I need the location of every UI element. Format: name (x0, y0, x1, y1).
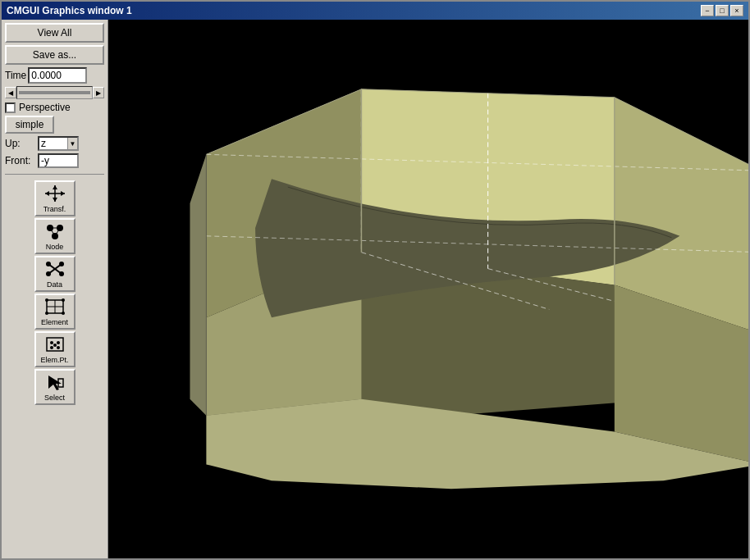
element-label: Element (41, 318, 68, 326)
main-window: CMGUI Graphics window 1 − □ × View All S… (0, 0, 750, 560)
svg-point-14 (46, 262, 51, 266)
front-label: Front: (5, 155, 34, 166)
up-value: z (39, 138, 67, 149)
node-label: Node (46, 243, 64, 251)
svg-point-21 (45, 298, 48, 302)
time-slider[interactable] (16, 86, 93, 99)
svg-point-23 (45, 312, 48, 315)
node-tool-button[interactable]: Node (34, 218, 75, 254)
svg-point-30 (53, 344, 57, 347)
simple-button[interactable]: simple (5, 116, 54, 134)
slider-left-arrow[interactable]: ◀ (5, 87, 16, 98)
transf-tool-button[interactable]: Transf. (34, 180, 75, 216)
transf-icon (43, 184, 66, 203)
perspective-checkbox[interactable] (5, 102, 16, 113)
time-row: Time (5, 67, 104, 84)
svg-point-17 (59, 271, 64, 276)
elem-pt-tool-button[interactable]: Elem.Pt. (34, 331, 75, 367)
close-button[interactable]: × (730, 5, 743, 16)
svg-marker-4 (45, 191, 49, 196)
minimize-button[interactable]: − (701, 5, 714, 16)
front-dropdown[interactable]: -y (38, 153, 79, 168)
data-tool-button[interactable]: Data (34, 256, 75, 292)
front-value: -y (39, 155, 77, 166)
up-label: Up: (5, 138, 34, 149)
content-area: View All Save as... Time ◀ ▶ Perspective (2, 20, 748, 558)
select-icon (43, 372, 66, 392)
graphics-area[interactable] (108, 20, 748, 558)
svg-marker-31 (48, 376, 62, 390)
save-as-button[interactable]: Save as... (5, 45, 104, 65)
svg-point-15 (59, 262, 64, 266)
elem-pt-icon (43, 335, 66, 354)
svg-marker-38 (190, 154, 206, 415)
tool-divider (5, 174, 104, 175)
svg-point-27 (57, 341, 60, 344)
slider-track (19, 91, 90, 94)
svg-point-16 (46, 271, 51, 276)
select-label: Select (44, 394, 65, 402)
window-title: CMGUI Graphics window 1 (7, 5, 132, 16)
perspective-label: Perspective (19, 102, 71, 113)
sidebar: View All Save as... Time ◀ ▶ Perspective (2, 20, 108, 558)
svg-point-29 (57, 346, 60, 349)
svg-point-28 (50, 346, 53, 349)
slider-row: ◀ ▶ (5, 86, 104, 99)
slider-right-arrow[interactable]: ▶ (93, 87, 104, 98)
front-row: Front: -y (5, 153, 104, 168)
up-row: Up: z ▼ (5, 136, 104, 151)
maximize-button[interactable]: □ (716, 5, 729, 16)
time-input[interactable] (28, 67, 87, 84)
tool-buttons: Transf. Node (5, 180, 104, 555)
window-controls: − □ × (701, 5, 743, 16)
svg-point-24 (62, 312, 65, 315)
element-tool-button[interactable]: Element (34, 294, 75, 330)
svg-marker-5 (61, 191, 65, 196)
svg-marker-2 (53, 185, 57, 189)
transf-label: Transf. (43, 205, 66, 213)
3d-scene (108, 20, 748, 558)
select-tool-button[interactable]: Select (34, 369, 75, 405)
node-icon (43, 221, 66, 241)
svg-marker-3 (53, 198, 57, 202)
svg-point-26 (50, 341, 53, 344)
element-icon (43, 297, 66, 316)
up-dropdown-arrow[interactable]: ▼ (67, 138, 77, 149)
view-all-button[interactable]: View All (5, 23, 104, 43)
elem-pt-label: Elem.Pt. (40, 356, 68, 364)
time-label: Time (5, 70, 26, 81)
data-label: Data (47, 280, 62, 289)
title-bar: CMGUI Graphics window 1 − □ × (2, 2, 748, 20)
up-dropdown[interactable]: z ▼ (38, 136, 79, 151)
perspective-row: Perspective (5, 102, 104, 113)
data-icon (43, 259, 66, 279)
svg-point-22 (62, 298, 65, 302)
